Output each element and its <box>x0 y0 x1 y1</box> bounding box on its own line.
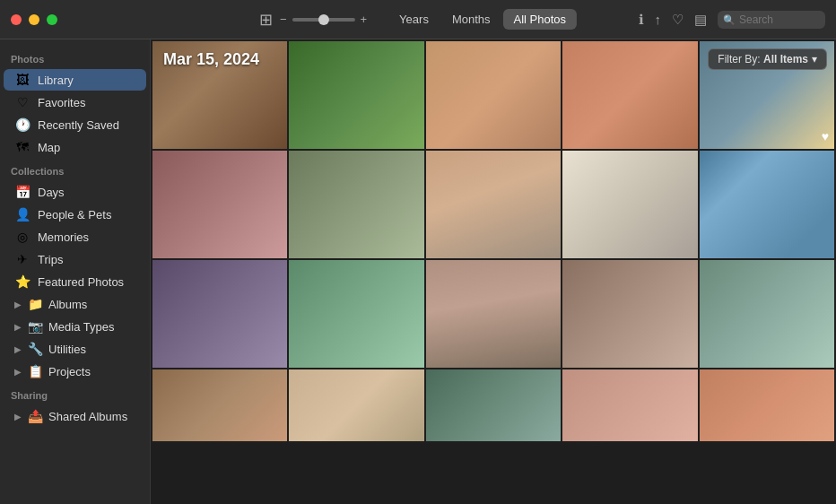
sidebar-shared-albums-label: Shared Albums <box>48 410 127 423</box>
photo-cell[interactable] <box>562 151 697 258</box>
filter-chevron-icon: ▾ <box>812 53 817 65</box>
media-types-icon: 📷 <box>27 319 43 334</box>
sidebar-item-favorites[interactable]: ♡ Favorites <box>4 91 146 113</box>
sidebar-recently-saved-label: Recently Saved <box>38 118 119 132</box>
sidebar-albums-label: Albums <box>48 298 87 311</box>
favorites-icon: ♡ <box>14 95 30 109</box>
photo-cell[interactable] <box>700 151 834 258</box>
view-toggle-icon[interactable]: ⊞ <box>259 10 273 30</box>
share-icon[interactable]: ↑ <box>655 12 662 27</box>
zoom-minus-icon[interactable]: − <box>280 13 287 26</box>
sidebar-item-library[interactable]: 🖼 Library <box>4 69 146 91</box>
grid-view-icon[interactable]: ▤ <box>694 12 707 28</box>
tab-months[interactable]: Months <box>441 9 501 30</box>
sidebar-utilities-label: Utilities <box>48 343 86 356</box>
projects-icon: 📋 <box>27 364 43 378</box>
sidebar-trips-label: Trips <box>38 253 63 266</box>
zoom-control: − + <box>280 13 367 26</box>
photo-cell[interactable] <box>152 369 287 477</box>
utilities-chevron-icon: ▶ <box>14 344 22 354</box>
photo-cell[interactable] <box>700 369 834 477</box>
zoom-plus-icon[interactable]: + <box>361 13 368 26</box>
sidebar-map-label: Map <box>38 141 60 154</box>
filter-button[interactable]: Filter By: All Items ▾ <box>708 48 827 70</box>
sidebar-group-albums[interactable]: ▶ 📁 Albums <box>4 293 146 315</box>
sidebar-favorites-label: Favorites <box>38 96 85 109</box>
photo-cell[interactable] <box>700 260 834 368</box>
sidebar-group-utilities[interactable]: ▶ 🔧 Utilities <box>4 338 146 360</box>
sidebar-days-label: Days <box>38 186 65 199</box>
sidebar-group-media-types[interactable]: ▶ 📷 Media Types <box>4 316 146 337</box>
sidebar-item-map[interactable]: 🗺 Map <box>4 136 146 158</box>
photo-cell[interactable] <box>289 369 423 477</box>
title-bar: ⊞ − + Years Months All Photos ℹ ↑ ♡ ▤ 🔍 <box>0 0 836 39</box>
photo-cell[interactable] <box>152 260 287 368</box>
albums-chevron-icon: ▶ <box>14 300 22 309</box>
photo-cell[interactable] <box>562 369 697 477</box>
photo-cell[interactable] <box>426 41 561 149</box>
zoom-slider[interactable] <box>292 18 355 22</box>
photo-cell[interactable] <box>562 260 697 368</box>
info-icon[interactable]: ℹ <box>639 12 644 28</box>
tab-years[interactable]: Years <box>388 9 440 30</box>
projects-chevron-icon: ▶ <box>14 367 22 377</box>
photo-cell[interactable] <box>289 151 423 258</box>
sidebar: Photos 🖼 Library ♡ Favorites 🕐 Recently … <box>0 39 151 504</box>
recently-saved-icon: 🕐 <box>14 117 30 132</box>
view-tabs: Years Months All Photos <box>388 9 577 30</box>
memories-icon: ◎ <box>14 230 30 244</box>
photo-cell[interactable] <box>152 151 287 258</box>
albums-icon: 📁 <box>27 297 43 311</box>
sidebar-projects-label: Projects <box>48 365 91 378</box>
search-wrapper: 🔍 <box>718 11 825 29</box>
shared-albums-icon: 📤 <box>27 409 43 423</box>
sidebar-people-pets-label: People & Pets <box>38 208 111 222</box>
filter-label: Filter By: All Items <box>718 53 808 65</box>
shared-albums-chevron-icon: ▶ <box>14 412 22 421</box>
sidebar-library-label: Library <box>38 74 74 87</box>
photo-cell[interactable] <box>289 260 423 368</box>
library-icon: 🖼 <box>14 73 30 87</box>
photo-grid: Mar 15, 2024 ♥ <box>151 39 836 479</box>
sidebar-memories-label: Memories <box>38 230 89 244</box>
photo-cell[interactable] <box>426 151 561 258</box>
photo-cell[interactable] <box>562 41 697 149</box>
collections-section-label: Collections <box>0 159 150 180</box>
photo-cell[interactable] <box>426 369 561 477</box>
sidebar-item-memories[interactable]: ◎ Memories <box>4 226 146 248</box>
tab-all-photos[interactable]: All Photos <box>503 9 578 30</box>
sidebar-item-featured-photos[interactable]: ⭐ Featured Photos <box>4 271 146 292</box>
toolbar-center: ⊞ − + Years Months All Photos <box>259 9 577 30</box>
sidebar-item-recently-saved[interactable]: 🕐 Recently Saved <box>4 114 146 135</box>
close-button[interactable] <box>11 14 22 25</box>
photo-area[interactable]: Filter By: All Items ▾ Mar 15, 2024 ♥ <box>151 39 836 504</box>
date-label: Mar 15, 2024 <box>163 50 259 69</box>
sidebar-item-people-pets[interactable]: 👤 People & Pets <box>4 204 146 225</box>
window-controls <box>11 14 57 25</box>
days-icon: 📅 <box>14 185 30 199</box>
search-icon: 🔍 <box>723 13 736 25</box>
main-layout: Photos 🖼 Library ♡ Favorites 🕐 Recently … <box>0 39 836 504</box>
minimize-button[interactable] <box>29 14 39 25</box>
toolbar-right: ℹ ↑ ♡ ▤ 🔍 <box>639 11 826 29</box>
sidebar-item-trips[interactable]: ✈ Trips <box>4 248 146 270</box>
media-types-chevron-icon: ▶ <box>14 322 22 332</box>
photo-cell[interactable] <box>289 41 423 149</box>
heart-badge: ♥ <box>822 129 829 143</box>
sidebar-media-types-label: Media Types <box>48 320 114 334</box>
heart-icon[interactable]: ♡ <box>672 12 684 28</box>
photos-section-label: Photos <box>0 47 150 68</box>
photo-cell[interactable]: Mar 15, 2024 <box>152 41 287 149</box>
sidebar-group-shared-albums[interactable]: ▶ 📤 Shared Albums <box>4 405 146 427</box>
sidebar-featured-photos-label: Featured Photos <box>38 275 124 289</box>
maximize-button[interactable] <box>47 14 57 25</box>
sidebar-item-days[interactable]: 📅 Days <box>4 181 146 203</box>
map-icon: 🗺 <box>14 140 30 154</box>
featured-photos-icon: ⭐ <box>14 274 30 289</box>
trips-icon: ✈ <box>14 252 30 266</box>
sharing-section-label: Sharing <box>0 383 150 404</box>
people-pets-icon: 👤 <box>14 207 30 222</box>
sidebar-group-projects[interactable]: ▶ 📋 Projects <box>4 361 146 382</box>
utilities-icon: 🔧 <box>27 342 43 356</box>
photo-cell[interactable] <box>426 260 561 368</box>
